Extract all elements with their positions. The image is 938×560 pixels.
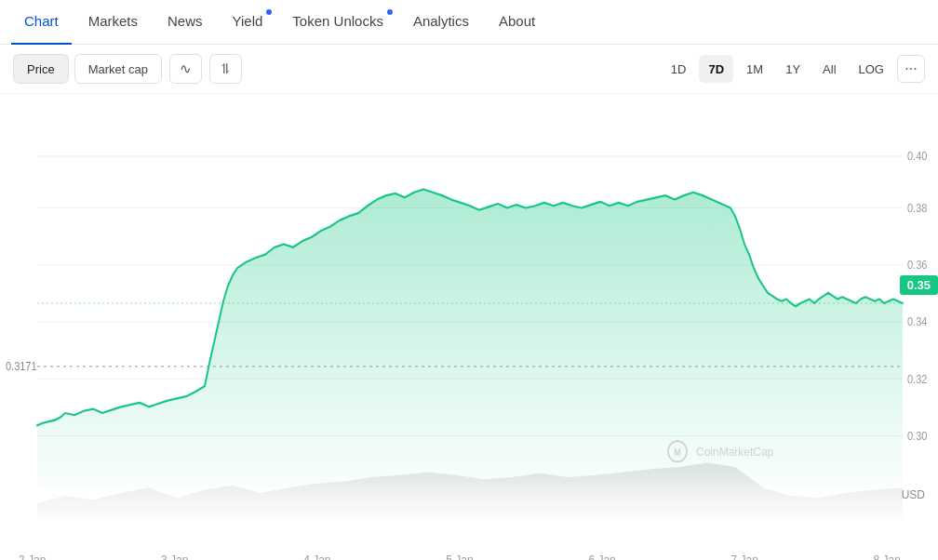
x-label-5jan: 5 Jan (446, 553, 473, 560)
tab-news[interactable]: News (154, 0, 216, 45)
price-chart-svg: 0.40 0.38 0.36 0.34 0.32 0.30 0.3171 M C… (0, 94, 938, 550)
price-button[interactable]: Price (13, 54, 69, 84)
tab-about[interactable]: About (486, 0, 548, 45)
x-label-7jan: 7 Jan (730, 553, 757, 560)
btn-all[interactable]: All (813, 55, 845, 83)
chart-area: 0.40 0.38 0.36 0.34 0.32 0.30 0.3171 M C… (0, 94, 938, 550)
time-range-buttons: 1D 7D 1M 1Y All LOG ··· (662, 55, 925, 83)
btn-1y[interactable]: 1Y (776, 55, 810, 83)
btn-1d[interactable]: 1D (662, 55, 696, 83)
dots-icon: ··· (904, 60, 917, 77)
svg-text:0.40: 0.40 (907, 150, 928, 163)
candle-chart-icon: ⥮ (220, 60, 232, 77)
tab-token-unlocks[interactable]: Token Unlocks (279, 0, 396, 45)
btn-log[interactable]: LOG (850, 55, 893, 83)
svg-text:0.38: 0.38 (907, 201, 927, 214)
svg-text:0.3171: 0.3171 (6, 360, 37, 373)
x-label-8jan: 8 Jan (874, 553, 901, 560)
x-axis-labels: 2 Jan 3 Jan 4 Jan 5 Jan 6 Jan 7 Jan 8 Ja… (0, 550, 938, 560)
x-label-6jan: 6 Jan (588, 553, 615, 560)
tab-yield[interactable]: Yield (220, 0, 276, 45)
line-chart-button[interactable]: ∿ (169, 54, 202, 84)
nav-tabs: Chart Markets News Yield Token Unlocks A… (0, 0, 938, 45)
svg-text:0.36: 0.36 (907, 259, 927, 272)
line-chart-icon: ∿ (180, 60, 192, 77)
svg-text:CoinMarketCap: CoinMarketCap (696, 445, 773, 459)
chart-toolbar: Price Market cap ∿ ⥮ 1D 7D 1M 1Y All LOG… (0, 45, 938, 94)
currency-label: USD (902, 488, 925, 501)
data-type-buttons: Price Market cap (13, 54, 162, 84)
svg-text:0.34: 0.34 (907, 315, 928, 328)
svg-text:M: M (674, 447, 681, 458)
market-cap-button[interactable]: Market cap (74, 54, 162, 84)
x-label-3jan: 3 Jan (161, 553, 188, 560)
more-options-button[interactable]: ··· (897, 55, 925, 83)
svg-text:0.30: 0.30 (907, 429, 928, 442)
token-unlocks-dot (387, 9, 393, 15)
btn-7d[interactable]: 7D (699, 55, 733, 83)
btn-1m[interactable]: 1M (737, 55, 772, 83)
tab-markets[interactable]: Markets (75, 0, 151, 45)
x-label-2jan: 2 Jan (19, 553, 46, 560)
candle-chart-button[interactable]: ⥮ (209, 54, 242, 84)
x-label-4jan: 4 Jan (303, 553, 330, 560)
svg-text:0.32: 0.32 (907, 372, 927, 385)
tab-analytics[interactable]: Analytics (400, 0, 482, 45)
tab-chart[interactable]: Chart (11, 0, 72, 45)
current-price-badge: 0.35 (900, 275, 938, 295)
yield-dot (266, 9, 272, 15)
